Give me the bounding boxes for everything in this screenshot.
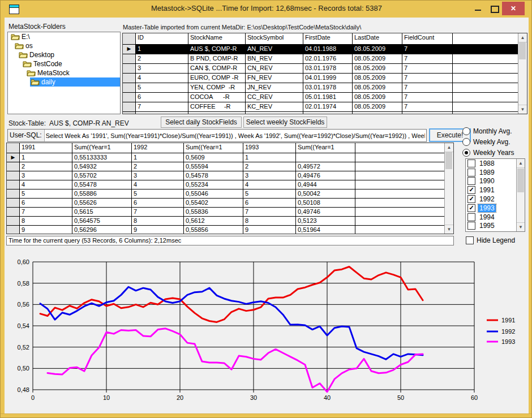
folders-panel-label: MetaStock-Folders [8, 23, 66, 31]
row-selector[interactable] [123, 93, 136, 102]
user-sql-label: User-SQL: [8, 130, 44, 141]
grid-column-header: StockSymbol [246, 33, 303, 44]
grid-cell: 6 [136, 93, 188, 102]
row-selector[interactable] [7, 171, 20, 180]
table-row[interactable]: ▶10,5513333310,56091 [7, 153, 453, 162]
row-selector[interactable] [7, 162, 20, 171]
year-checkbox-checked[interactable]: ✓ [467, 204, 475, 212]
year-label: 1994 [478, 213, 496, 221]
tree-item-daily[interactable]: daily [8, 77, 120, 87]
title-bar[interactable]: Metastock->SQLite ...Time for Import: 12… [1, 1, 532, 18]
query-status-box: Time for the current query (53 Records, … [6, 236, 454, 245]
tree-item-os[interactable]: os [8, 41, 120, 50]
table-row[interactable]: 90,5629690,5585690,51964 [7, 226, 453, 234]
grid-cell: 0,50042 [296, 189, 355, 198]
grid-cell: 9 [132, 226, 184, 234]
x-axis-tick-label: 50 [397, 394, 404, 401]
table-row[interactable]: 2B PND, COMP-RBN_REV02.01.197608.05.2009… [123, 54, 527, 64]
grid-cell: 05.01.1981 [303, 93, 353, 102]
row-selector-current[interactable]: ▶ [7, 153, 20, 162]
scrollbar-thumb[interactable] [519, 42, 526, 59]
table-row[interactable]: 60,5562660,5540260,50108 [7, 199, 453, 208]
tree-item-desktop[interactable]: Desktop [8, 50, 120, 59]
grid-row-filler [355, 153, 453, 162]
grid-column-header: FirstDate [303, 33, 353, 44]
year-checkbox[interactable] [467, 213, 475, 221]
vertical-scrollbar[interactable]: ▲▼ [444, 143, 453, 234]
scroll-up-icon[interactable]: ▲ [517, 159, 525, 168]
table-row[interactable]: 3CAN $, COMP-RCN_REV03.01.197808.05.2009… [123, 64, 527, 74]
radio-option-weekly-years[interactable]: Weekly Years [462, 149, 514, 157]
grid-cell: 7 [20, 208, 72, 216]
vertical-scrollbar[interactable]: ▲▼ [518, 33, 527, 114]
table-row[interactable]: 70,561570,5583670,49746 [7, 208, 453, 217]
grid-cell: 0,5123 [296, 217, 355, 225]
table-row[interactable]: 6COCOA -RCC_REV05.01.198108.05.20097 [123, 93, 527, 102]
row-selector[interactable] [7, 226, 20, 234]
grid-cell: 6 [20, 199, 72, 207]
row-selector[interactable] [123, 83, 136, 92]
table-row[interactable]: 80,56457580,561280,5123 [7, 217, 453, 226]
select-daily-stockfields-button[interactable]: Select daily StockFields [161, 117, 242, 128]
scroll-down-icon[interactable]: ▼ [517, 222, 525, 231]
scroll-up-icon[interactable]: ▲ [518, 33, 527, 42]
year-checkbox-checked[interactable]: ✓ [467, 195, 475, 203]
year-checkbox[interactable] [467, 169, 475, 176]
table-row[interactable]: 30,5570230,5457830,49476 [7, 171, 453, 180]
grid-cell: 0,55133333 [72, 153, 132, 162]
scrollbar-thumb[interactable] [517, 169, 524, 192]
years-scrollbar[interactable]: ▲▼ [516, 159, 525, 231]
maximize-icon[interactable] [491, 6, 499, 13]
radio-option-weekly-avg-[interactable]: Weekly Avg. [462, 138, 510, 146]
table-row[interactable]: 20,5493220,5559420,49572 [7, 162, 453, 171]
user-sql-input[interactable] [44, 130, 426, 141]
radio-button[interactable] [462, 138, 470, 146]
radio-button-selected[interactable] [462, 149, 470, 157]
table-row[interactable]: 5YEN, COMP -RJN_REV03.01.197808.05.20097 [123, 83, 527, 93]
select-weekly-stockfields-button[interactable]: Select weekly StockFields [243, 117, 327, 128]
year-checkbox[interactable] [467, 160, 475, 167]
table-row[interactable]: 7COFFEE -RKC_REV02.01.197408.05.20097 [123, 102, 527, 112]
row-selector[interactable] [7, 189, 20, 198]
year-checkbox-checked[interactable]: ✓ [467, 186, 475, 194]
radio-button[interactable] [462, 127, 470, 135]
scroll-up-icon[interactable]: ▲ [445, 143, 453, 152]
year-checkbox[interactable] [467, 177, 475, 185]
row-selector[interactable] [7, 208, 20, 216]
table-row[interactable]: 50,5588650,5504650,50042 [7, 189, 453, 199]
table-row[interactable]: ▶1AUS $, COMP-RAN_REV04.01.198808.05.200… [123, 45, 527, 54]
row-selector-current[interactable]: ▶ [123, 45, 136, 54]
grid-cell: 08.05.2009 [353, 45, 402, 54]
grid-cell: BN_REV [246, 54, 303, 63]
row-selector[interactable] [7, 217, 20, 225]
close-icon[interactable]: ✕ [502, 2, 525, 15]
row-selector[interactable] [123, 102, 136, 111]
row-selector[interactable] [123, 74, 136, 83]
series-line-1991 [40, 266, 423, 322]
y-axis-tick-label: 0,58 [18, 280, 29, 287]
x-axis-tick-label: 0 [31, 394, 35, 401]
year-checkbox[interactable] [467, 222, 475, 230]
grid-cell: FN_REV [246, 74, 303, 83]
minimize-icon[interactable] [475, 10, 481, 11]
grid-cell: 0,5612 [184, 217, 243, 225]
tree-item-e[interactable]: E:\ [8, 32, 120, 41]
hide-legend-checkbox[interactable] [466, 236, 474, 244]
table-row[interactable]: 8SUGAR #11 -RSB_REV02.01.197508.05.20097 [123, 112, 527, 114]
scrollbar-thumb[interactable] [445, 152, 452, 169]
row-selector[interactable] [123, 64, 136, 73]
hide-legend-option[interactable]: Hide Legend [466, 236, 515, 244]
row-selector[interactable] [7, 199, 20, 207]
tree-item-testcode[interactable]: TestCode [8, 59, 120, 68]
tree-item-metastock[interactable]: MetaStock [8, 68, 120, 77]
grid-row-filler [355, 162, 453, 171]
table-row[interactable]: 4EURO, COMP -RFN_REV04.01.199908.05.2009… [123, 74, 527, 83]
row-selector[interactable] [123, 112, 136, 114]
stock-table-label: Stock-Table: AUS $, COMP-R AN_REV [8, 119, 129, 127]
scroll-down-icon[interactable]: ▼ [518, 105, 527, 114]
radio-option-monthly-avg-[interactable]: Monthly Avg. [462, 127, 512, 135]
table-row[interactable]: 40,5547840,5523440,4944 [7, 180, 453, 189]
scroll-down-icon[interactable]: ▼ [445, 225, 453, 234]
row-selector[interactable] [7, 180, 20, 189]
row-selector[interactable] [123, 54, 136, 63]
